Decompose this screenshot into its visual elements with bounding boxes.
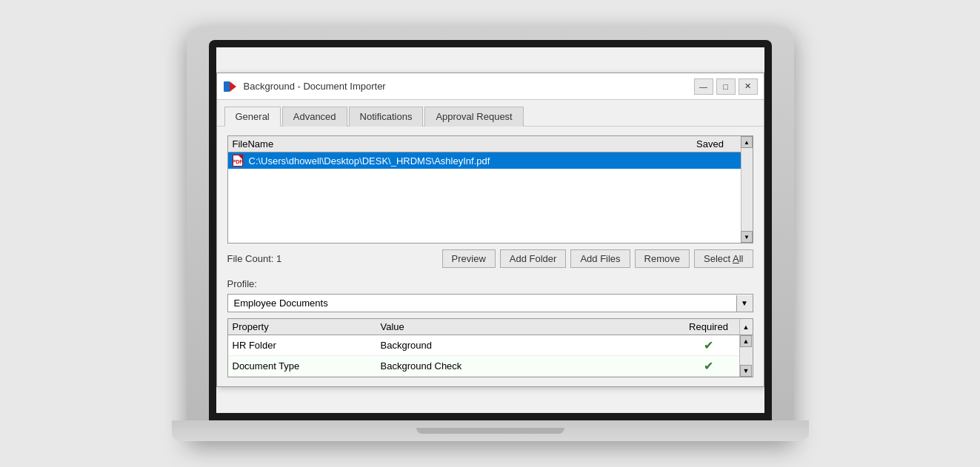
file-table-scrollbar[interactable]: ▲ ▼ [741,136,753,243]
dropdown-arrow-icon[interactable]: ▼ [736,295,753,312]
pdf-icon: PDF [233,155,243,167]
screen-bezel: Background - Document Importer — □ ✕ Gen… [209,40,772,420]
maximize-button[interactable]: □ [716,78,736,95]
prop-scroll-down[interactable]: ▼ [740,365,752,377]
add-files-button[interactable]: Add Files [570,249,630,268]
file-row[interactable]: PDF C:\Users\dhowell\Desktop\DESK\_HRDMS… [228,152,741,169]
profile-label: Profile: [227,278,753,289]
prop-property-2: Document Type [233,360,381,372]
preview-button[interactable]: Preview [442,249,496,268]
col-property-header: Property [233,321,381,332]
laptop-notch [416,428,564,434]
col-saved-header: Saved [684,138,736,149]
prop-table-header: Property Value Required [228,319,739,335]
file-table-header: FileName Saved [228,136,741,152]
profile-dropdown[interactable]: Employee Documents ▼ [227,294,753,312]
file-count: File Count: 1 [227,253,438,264]
profile-selected: Employee Documents [234,298,736,309]
prop-row-document-type[interactable]: Document Type Background Check ✔ [228,356,739,377]
file-table-body: PDF C:\Users\dhowell\Desktop\DESK\_HRDMS… [228,152,741,243]
prop-scroll-up[interactable]: ▲ [740,335,752,347]
file-toolbar: File Count: 1 Preview Add Folder Add Fil… [227,249,753,268]
window-title: Background - Document Importer [244,81,694,92]
title-bar: Background - Document Importer — □ ✕ [217,73,764,100]
file-table-main: FileName Saved PDF [228,136,741,243]
prop-property-1: HR Folder [233,340,381,351]
properties-table: Property Value Required ▲ [227,318,753,377]
file-path: C:\Users\dhowell\Desktop\DESK\_HRDMS\Ash… [249,155,684,167]
prop-row-hr-folder[interactable]: HR Folder Background ✔ [228,335,739,356]
file-icon: PDF [233,155,244,167]
col-required-header: Required [683,321,735,332]
prop-table-body: HR Folder Background ✔ Document Type Bac… [228,335,753,377]
prop-required-2: ✔ [683,359,735,373]
remove-button[interactable]: Remove [635,249,690,268]
prop-value-2: Background Check [381,360,683,372]
col-value-header: Value [381,321,683,332]
svg-rect-0 [224,81,230,92]
add-folder-button[interactable]: Add Folder [500,249,567,268]
tab-notifications[interactable]: Notifications [349,107,424,127]
col-filename-header: FileName [233,138,684,149]
prop-rows: HR Folder Background ✔ Document Type Bac… [228,335,739,377]
tab-general[interactable]: General [224,107,281,127]
prop-table-scrollbar[interactable]: ▲ ▼ [739,335,753,377]
prop-header-scroll-corner: ▲ [739,319,753,335]
laptop-outer: Background - Document Importer — □ ✕ Gen… [187,27,794,441]
file-table-wrapper: FileName Saved PDF [227,135,753,243]
scroll-down-arrow[interactable]: ▼ [741,231,753,243]
prop-value-1: Background [381,340,683,351]
prop-table-header-row: Property Value Required ▲ [228,319,753,335]
select-all-button[interactable]: Select All [694,249,753,268]
close-button[interactable]: ✕ [739,78,758,95]
prop-required-1: ✔ [683,338,735,352]
window-controls: — □ ✕ [694,78,758,95]
empty-rows [228,169,741,243]
minimize-button[interactable]: — [694,78,713,95]
laptop-screen: Background - Document Importer — □ ✕ Gen… [216,47,764,413]
application-window: Background - Document Importer — □ ✕ Gen… [216,73,764,387]
tab-approval-request[interactable]: Approval Request [424,107,523,127]
window-content: FileName Saved PDF [217,127,764,386]
tab-advanced[interactable]: Advanced [282,107,347,127]
app-logo [223,79,238,94]
laptop-base [172,420,809,441]
tab-bar: General Advanced Notifications Approval … [217,100,764,127]
select-all-underline-char: A [733,253,739,264]
scroll-up-arrow[interactable]: ▲ [741,136,753,148]
